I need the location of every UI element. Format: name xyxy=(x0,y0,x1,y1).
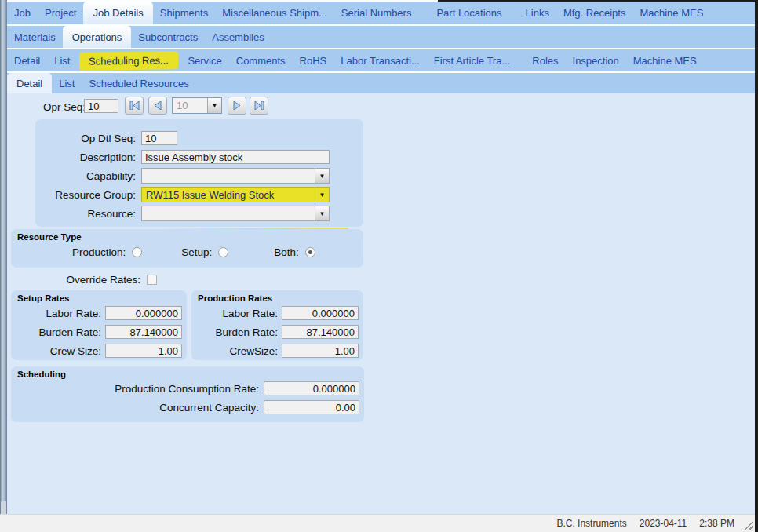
production-radio-label: Production: xyxy=(72,246,126,258)
production-rates-panel: Production Rates Labor Rate: Burden Rate… xyxy=(191,290,363,360)
tab-project[interactable]: Project xyxy=(38,2,83,24)
resource-group-combo[interactable]: RW115 Issue Welding Stock ▼ xyxy=(141,187,330,202)
resource-value xyxy=(142,206,315,220)
chevron-down-icon[interactable]: ▼ xyxy=(315,169,329,183)
both-radio[interactable] xyxy=(305,247,315,257)
window-right-edge xyxy=(755,0,758,532)
description-label: Description: xyxy=(42,151,136,163)
chevron-down-icon[interactable]: ▼ xyxy=(315,188,329,202)
tab-shipments[interactable]: Shipments xyxy=(153,2,215,24)
tab-service[interactable]: Service xyxy=(180,49,228,71)
tab-subcontracts[interactable]: Subcontracts xyxy=(131,26,205,48)
description-input[interactable] xyxy=(141,150,330,164)
capability-value xyxy=(142,169,315,183)
nav-first-button[interactable] xyxy=(125,97,144,115)
tab-machine-mes-2[interactable]: Machine MES xyxy=(626,49,704,71)
status-company: B.C. Instruments xyxy=(556,518,626,529)
capability-label: Capability: xyxy=(42,170,136,182)
production-rates-title: Production Rates xyxy=(198,293,272,303)
skip-to-first-icon xyxy=(129,101,140,110)
tab-operations[interactable]: Operations xyxy=(63,26,132,48)
tab-assemblies[interactable]: Assemblies xyxy=(205,26,271,48)
tab-rohs[interactable]: RoHS xyxy=(293,49,334,71)
nav-prev-button[interactable] xyxy=(148,97,167,115)
nav-last-button[interactable] xyxy=(250,97,268,115)
opr-seq-label: Opr Seq: xyxy=(31,101,86,113)
setup-crew-size-label: Crew Size: xyxy=(50,345,101,357)
scheduling-panel: Scheduling Production Consumption Rate: … xyxy=(11,366,364,422)
resource-type-panel: Resource Type Production: Setup: Both: xyxy=(11,229,363,268)
status-bar: B.C. Instruments 2023-04-11 2:38 PM xyxy=(0,514,758,532)
chevron-down-icon[interactable]: ▼ xyxy=(315,206,329,220)
radio-option-both[interactable]: Both: xyxy=(274,246,315,258)
production-consumption-rate-label: Production Consumption Rate: xyxy=(11,383,259,395)
tab-first-article[interactable]: First Article Tra... xyxy=(427,49,518,71)
tab-links[interactable]: Links xyxy=(519,2,556,24)
tab-roles[interactable]: Roles xyxy=(525,49,565,71)
op-dtl-seq-label: Op Dtl Seq: xyxy=(42,133,136,144)
opr-seq-combo[interactable]: 10 ▼ xyxy=(172,97,222,114)
prod-crew-size-input[interactable] xyxy=(282,344,359,358)
tab-sched-list[interactable]: List xyxy=(52,73,82,93)
setup-burden-rate-label: Burden Rate: xyxy=(38,326,101,338)
setup-burden-rate-input[interactable] xyxy=(105,325,182,339)
radio-option-production[interactable]: Production: xyxy=(72,246,142,258)
previous-icon xyxy=(154,101,162,110)
override-rates-label: Override Rates: xyxy=(7,274,140,286)
tab-job-details[interactable]: Job Details xyxy=(83,2,152,24)
tab-inspection[interactable]: Inspection xyxy=(566,49,626,71)
tab-miscellaneous-shipments[interactable]: Miscellaneous Shipm... xyxy=(215,2,334,24)
capability-combo[interactable]: ▼ xyxy=(141,168,330,184)
left-splitter[interactable] xyxy=(0,0,7,514)
concurrent-capacity-label: Concurrent Capacity: xyxy=(11,402,259,414)
tab-serial-numbers[interactable]: Serial Numbers xyxy=(334,2,419,24)
tab-materials[interactable]: Materials xyxy=(7,26,63,48)
override-rates-checkbox[interactable] xyxy=(147,275,157,285)
tabbar-level3: Detail List Scheduling Res... Service Co… xyxy=(7,49,755,71)
both-radio-label: Both: xyxy=(274,246,299,258)
concurrent-capacity-input[interactable] xyxy=(264,400,359,414)
app-window: Job Project Job Details Shipments Miscel… xyxy=(0,0,758,532)
tab-sched-detail[interactable]: Detail xyxy=(7,73,52,93)
tab-op-list[interactable]: List xyxy=(47,49,77,71)
opr-seq-combo-value: 10 xyxy=(173,98,207,113)
tab-op-detail[interactable]: Detail xyxy=(7,49,47,71)
production-radio[interactable] xyxy=(132,247,142,257)
next-icon xyxy=(233,101,241,110)
prod-labor-rate-input[interactable] xyxy=(282,306,359,320)
radio-option-setup[interactable]: Setup: xyxy=(181,246,228,258)
tab-job[interactable]: Job xyxy=(7,2,38,24)
resource-combo[interactable]: ▼ xyxy=(141,206,330,221)
prod-labor-rate-label: Labor Rate: xyxy=(222,308,278,319)
setup-crew-size-input[interactable] xyxy=(105,344,182,358)
tab-mfg-receipts[interactable]: Mfg. Receipts xyxy=(556,2,632,24)
tab-scheduled-resources[interactable]: Scheduled Resources xyxy=(82,73,195,93)
tab-labor-transactions[interactable]: Labor Transacti... xyxy=(333,49,426,71)
skip-to-last-icon xyxy=(254,101,264,110)
tabbar-level2: Materials Operations Subcontracts Assemb… xyxy=(7,26,755,48)
resource-label: Resource: xyxy=(42,208,136,220)
prod-burden-rate-label: Burden Rate: xyxy=(215,326,278,338)
tab-part-locations[interactable]: Part Locations xyxy=(429,2,508,24)
resource-group-value: RW115 Issue Welding Stock xyxy=(142,188,315,202)
prod-crew-size-label: CrewSize: xyxy=(229,345,278,357)
setup-radio[interactable] xyxy=(218,247,228,257)
tabbar-level1: Job Project Job Details Shipments Miscel… xyxy=(7,2,755,24)
setup-rates-title: Setup Rates xyxy=(17,293,69,303)
scheduling-title: Scheduling xyxy=(17,370,66,379)
resource-type-title: Resource Type xyxy=(17,232,82,242)
prod-burden-rate-input[interactable] xyxy=(282,325,359,339)
tabbar-level4: Detail List Scheduled Resources xyxy=(7,73,755,93)
opr-seq-input[interactable] xyxy=(84,99,118,113)
setup-labor-rate-input[interactable] xyxy=(105,306,182,320)
setup-labor-rate-label: Labor Rate: xyxy=(46,308,101,319)
setup-rates-panel: Setup Rates Labor Rate: Burden Rate: Cre… xyxy=(11,290,187,360)
chevron-down-icon[interactable]: ▼ xyxy=(207,98,221,113)
tab-scheduling-resources[interactable]: Scheduling Res... xyxy=(79,51,178,71)
production-consumption-rate-input[interactable] xyxy=(264,381,359,395)
tab-comments[interactable]: Comments xyxy=(229,49,293,71)
nav-next-button[interactable] xyxy=(228,97,246,115)
op-dtl-seq-input[interactable] xyxy=(141,131,177,145)
tab-machine-mes-1[interactable]: Machine MES xyxy=(632,2,710,24)
window-top-edge xyxy=(438,0,755,2)
